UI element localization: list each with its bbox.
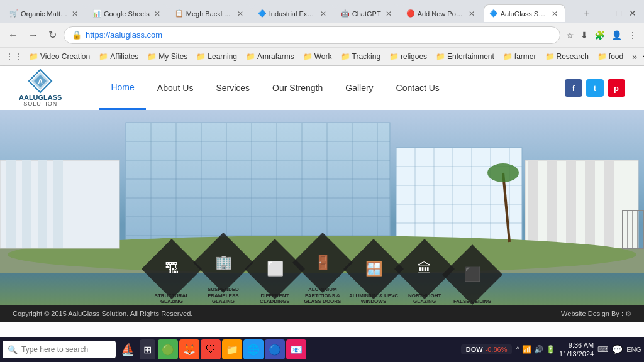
- site-footer: Copyright © 2015 AaluGlass Solution. All…: [0, 305, 644, 322]
- tab-bar: 🛒 Organic Mattre… ✕ 📊 Google Sheets ✕ 📋 …: [0, 0, 644, 23]
- logo-sub: SOLUTION: [19, 101, 62, 107]
- new-tab-button[interactable]: +: [580, 8, 593, 19]
- tab-close-7[interactable]: ✕: [550, 9, 560, 19]
- service-item-0[interactable]: 🏗STRUCTURAL GLAZING: [150, 248, 193, 305]
- bookmark-work[interactable]: 📁Work: [299, 51, 336, 62]
- url-bar[interactable]: 🔒 https://aaluglass.com: [64, 26, 560, 44]
- stock-name: DOW: [466, 346, 483, 353]
- taskbar-app-4[interactable]: 🌐: [243, 339, 264, 359]
- secure-icon: 🔒: [72, 30, 82, 40]
- tab-favicon-4: 🔷: [258, 9, 267, 18]
- tab-6[interactable]: 🔴 Add New Post -… ✕: [401, 4, 482, 22]
- service-item-1[interactable]: 🏢SUSPENDED FRAMELESS GLAZING: [198, 241, 248, 305]
- taskbar-app-2[interactable]: 🛡: [201, 339, 221, 359]
- svg-rect-48: [22, 160, 31, 248]
- service-item-5[interactable]: 🏛NORTHLIGHT GLAZING: [403, 248, 446, 305]
- bookmark-star-button[interactable]: ☆: [564, 28, 576, 42]
- tab-close-1[interactable]: ✕: [70, 9, 80, 19]
- minimize-button[interactable]: –: [600, 8, 613, 18]
- tab-close-6[interactable]: ✕: [467, 9, 477, 19]
- tab-title-6: Add New Post -…: [418, 10, 464, 18]
- bookmark-farmer[interactable]: 📁farmer: [499, 51, 540, 62]
- bookmarks-more-button[interactable]: »: [630, 52, 640, 62]
- url-text: https://aaluglass.com: [86, 30, 552, 40]
- tab-4[interactable]: 🔷 Industrial Expe… ✕: [252, 4, 334, 22]
- service-item-6[interactable]: ⬛FALSE CEILING: [451, 253, 494, 305]
- site-navigation: A AALUGLASS SOLUTION HomeAbout UsService…: [0, 66, 644, 110]
- bookmark-learning[interactable]: 📁Learning: [192, 51, 241, 62]
- taskbar-app-0[interactable]: 🟢: [158, 339, 178, 359]
- svg-rect-34: [525, 160, 638, 248]
- tab-close-4[interactable]: ✕: [318, 9, 328, 19]
- bookmark-my-sites[interactable]: 📁My Sites: [143, 51, 191, 62]
- bookmark-video-creation[interactable]: 📁Video Creation: [25, 51, 94, 62]
- service-item-3[interactable]: 🚪ALUMINIUM PARTITIONS & GLASS DOORS: [301, 241, 344, 305]
- facebook-icon[interactable]: f: [565, 79, 582, 97]
- social-icons: f t p: [565, 79, 625, 97]
- tab-7[interactable]: 🔷 AaluGlass Solu… ✕: [484, 4, 565, 22]
- taskbar-app-5[interactable]: 🔵: [265, 339, 285, 359]
- bookmark-research[interactable]: 📁Research: [541, 51, 592, 62]
- service-diamond-2[interactable]: ⬜: [245, 239, 305, 299]
- nav-our-strength[interactable]: Our Strength: [261, 66, 334, 110]
- taskbar-apps: 🟢🦊🛡📁🌐🔵📧: [158, 339, 306, 359]
- nav-about-us[interactable]: About Us: [146, 66, 205, 110]
- maximize-button[interactable]: □: [613, 8, 625, 18]
- forward-button[interactable]: →: [25, 28, 42, 42]
- service-diamond-0[interactable]: 🏗: [142, 239, 202, 299]
- tab-favicon-1: 🛒: [9, 9, 18, 18]
- service-diamond-1[interactable]: 🏢: [193, 233, 253, 293]
- bookmark-amrafarms[interactable]: 📁Amrafarms: [242, 51, 298, 62]
- service-diamond-6[interactable]: ⬛: [442, 244, 502, 305]
- service-diamond-5[interactable]: 🏛: [394, 239, 455, 299]
- nav-links: HomeAbout UsServicesOur StrengthGalleryC…: [99, 66, 552, 110]
- bookmark-affiliates[interactable]: 📁Affiliates: [95, 51, 142, 62]
- tab-close-3[interactable]: ✕: [235, 9, 245, 19]
- taskbar-app-1[interactable]: 🦊: [179, 339, 199, 359]
- bookmark-religoes[interactable]: 📁religoes: [386, 51, 431, 62]
- tab-title-7: AaluGlass Solu…: [501, 10, 547, 18]
- taskbar-search-input[interactable]: [21, 345, 97, 354]
- footer-copyright: Copyright © 2015 AaluGlass Solution. All…: [13, 310, 192, 317]
- notification-icon[interactable]: 💬: [612, 344, 623, 354]
- svg-text:A: A: [38, 78, 43, 85]
- bookmark-entertainment[interactable]: 📁Entertainment: [432, 51, 498, 62]
- tab-favicon-2: 📊: [92, 9, 101, 18]
- logo-svg: A: [28, 69, 53, 94]
- nav-services[interactable]: Services: [204, 66, 261, 110]
- tab-1[interactable]: 🛒 Organic Mattre… ✕: [4, 4, 86, 22]
- extensions-button[interactable]: 🧩: [592, 28, 607, 42]
- menu-button[interactable]: ⋮: [626, 28, 639, 42]
- service-item-4[interactable]: 🪟ALUMINIUM & UPVC WINDOWS: [349, 248, 398, 305]
- back-button[interactable]: ←: [5, 28, 21, 42]
- refresh-button[interactable]: ↻: [45, 28, 60, 42]
- downloads-button[interactable]: ⬇: [579, 28, 590, 42]
- taskbar-app-6[interactable]: 📧: [286, 339, 306, 359]
- nav-home[interactable]: Home: [99, 66, 145, 110]
- taskbar-view-button[interactable]: ⊞: [140, 339, 155, 359]
- twitter-icon[interactable]: t: [586, 79, 604, 97]
- close-button[interactable]: ✕: [625, 8, 640, 18]
- tab-3[interactable]: 📋 Megh Backlinks… ✕: [169, 4, 251, 22]
- tab-favicon-7: 🔷: [489, 9, 498, 18]
- pinterest-icon[interactable]: p: [608, 79, 625, 97]
- browser-chrome: 🛒 Organic Mattre… ✕ 📊 Google Sheets ✕ 📋 …: [0, 0, 644, 66]
- svg-rect-35: [528, 160, 538, 248]
- tab-2[interactable]: 📊 Google Sheets ✕: [87, 4, 168, 22]
- tab-5[interactable]: 🤖 ChatGPT ✕: [335, 4, 399, 22]
- keyboard-icon[interactable]: ⌨: [597, 345, 608, 354]
- service-diamond-3[interactable]: 🚪: [292, 233, 353, 293]
- nav-contact-us[interactable]: Contact Us: [385, 66, 451, 110]
- up-arrow-icon[interactable]: ^: [516, 345, 519, 354]
- bookmark-food[interactable]: 📁food: [594, 51, 627, 62]
- tab-close-5[interactable]: ✕: [384, 9, 394, 19]
- site-logo[interactable]: A AALUGLASS SOLUTION: [19, 69, 62, 107]
- nav-gallery[interactable]: Gallery: [334, 66, 384, 110]
- profile-button[interactable]: 👤: [609, 28, 624, 42]
- hero-section: 🏗STRUCTURAL GLAZING🏢SUSPENDED FRAMELESS …: [0, 110, 644, 305]
- tab-close-2[interactable]: ✕: [152, 9, 162, 19]
- taskbar-app-3[interactable]: 📁: [222, 339, 242, 359]
- battery-icon: 🔋: [546, 345, 555, 354]
- bookmark-tracking[interactable]: 📁Tracking: [337, 51, 385, 62]
- service-item-2[interactable]: ⬜DIFFERENT CLADDINGS: [253, 248, 296, 305]
